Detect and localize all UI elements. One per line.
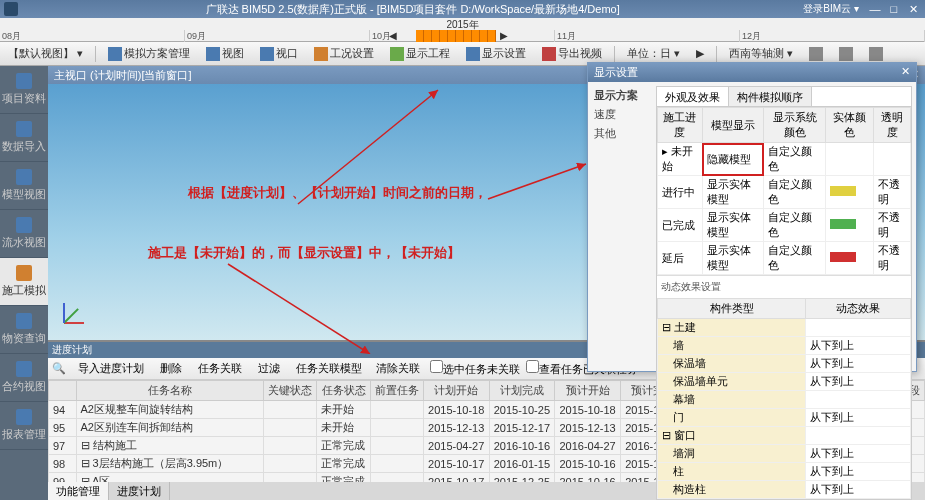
wrench-icon <box>314 47 328 61</box>
sidebar-item[interactable]: 数据导入 <box>0 114 48 162</box>
view-angle-dropdown[interactable]: 西南等轴测 ▾ <box>725 44 797 63</box>
component-effect-table[interactable]: 构件类型动态效果 ⊟ 土建 墙从下到上 保温墙从下到上 保温墙单元从下到上 幕墙… <box>657 298 911 499</box>
user-menu[interactable]: 登录BIM云 ▾ <box>803 2 859 16</box>
video-icon <box>542 47 556 61</box>
sidebar-icon <box>16 121 32 137</box>
import-schedule-button[interactable]: 导入进度计划 <box>72 360 148 377</box>
minimize-icon[interactable]: — <box>867 3 883 15</box>
dialog-left-item[interactable]: 其他 <box>592 124 652 143</box>
table-row[interactable]: 进行中显示实体模型自定义颜色不透明 <box>658 176 911 209</box>
sidebar-item[interactable]: 流水视图 <box>0 210 48 258</box>
table-row[interactable]: 幕墙 <box>658 391 911 409</box>
col-header[interactable]: 任务名称 <box>76 381 263 401</box>
table-row[interactable]: ⊟ 土建 <box>658 319 911 337</box>
dialog-left-header: 显示方案 <box>592 86 652 105</box>
table-row[interactable]: 墙洞从下到上 <box>658 445 911 463</box>
tab-component-order[interactable]: 构件模拟顺序 <box>729 87 812 106</box>
tool-icon-1[interactable] <box>805 45 827 63</box>
maximize-icon[interactable]: □ <box>886 3 902 15</box>
col-header[interactable]: 关键状态 <box>264 381 317 401</box>
sidebar-item[interactable]: 报表管理 <box>0 402 48 450</box>
sidebar-label: 模型视图 <box>2 187 46 202</box>
window-icon <box>260 47 274 61</box>
display-settings-button[interactable]: 显示设置 <box>462 44 530 63</box>
display-settings-dialog[interactable]: 显示设置 ✕ 显示方案 速度 其他 外观及效果 构件模拟顺序 施工进度模型显示显… <box>587 62 917 372</box>
sidebar-icon <box>16 361 32 377</box>
check-unrelated[interactable]: 选中任务未关联 <box>430 360 520 377</box>
table-row[interactable]: 已完成显示实体模型自定义颜色不透明 <box>658 209 911 242</box>
sidebar-item[interactable]: 合约视图 <box>0 354 48 402</box>
assoc-model-button[interactable]: 任务关联模型 <box>290 360 366 377</box>
sidebar-icon <box>16 265 32 281</box>
sidebar-item[interactable]: 施工模拟 <box>0 258 48 306</box>
cube-icon <box>206 47 220 61</box>
timeline-next-icon[interactable]: ▶ <box>500 30 508 41</box>
progress-display-table[interactable]: 施工进度模型显示显示系统颜色实体颜色透明度 ▸ 未开始隐藏模型自定义颜色 进行中… <box>657 107 911 275</box>
dialog-left-item[interactable]: 速度 <box>592 105 652 124</box>
task-assoc-button[interactable]: 任务关联 <box>192 360 246 377</box>
axis-z-icon <box>63 303 65 323</box>
timeline-month[interactable]: 11月 <box>555 30 740 42</box>
search-icon[interactable]: 🔍 <box>52 362 66 375</box>
sidebar-label: 施工模拟 <box>2 283 46 298</box>
table-row[interactable]: 柱从下到上 <box>658 463 911 481</box>
dialog-close-icon[interactable]: ✕ <box>901 65 910 80</box>
axes-gizmo[interactable] <box>58 290 98 330</box>
play-button[interactable]: ▶ <box>692 45 708 62</box>
table-row[interactable]: 保温墙从下到上 <box>658 355 911 373</box>
timeline-days-highlight[interactable] <box>416 30 496 42</box>
sidebar-label: 报表管理 <box>2 427 46 442</box>
sidebar-label: 数据导入 <box>2 139 46 154</box>
dialog-title: 显示设置 <box>594 65 638 80</box>
tool-icon-2[interactable] <box>835 45 857 63</box>
sidebar-icon <box>16 217 32 233</box>
timeline[interactable]: 2015年 08月 09月 10月 11月 12月 ◀ ▶ <box>0 18 925 42</box>
tool-icon-3[interactable] <box>865 45 887 63</box>
annotation-text: 施工是【未开始】的，而【显示设置】中，【未开始】 <box>148 244 460 262</box>
timeline-month[interactable]: 09月 <box>185 30 370 42</box>
sidebar-label: 物资查询 <box>2 331 46 346</box>
close-icon[interactable]: ✕ <box>905 3 921 16</box>
timeline-prev-icon[interactable]: ◀ <box>389 30 397 41</box>
table-row[interactable]: ⊟ 窗口 <box>658 427 911 445</box>
sidebar-icon <box>16 409 32 425</box>
col-header[interactable]: 计划开始 <box>424 381 490 401</box>
tab-appearance[interactable]: 外观及效果 <box>657 87 729 106</box>
sidebar-item[interactable]: 项目资料 <box>0 66 48 114</box>
timeline-month[interactable]: 12月 <box>740 30 925 42</box>
export-video-button[interactable]: 导出视频 <box>538 44 606 63</box>
table-row[interactable]: 墙从下到上 <box>658 337 911 355</box>
display-proj-button[interactable]: 显示工程 <box>386 44 454 63</box>
col-header[interactable]: 任务状态 <box>317 381 370 401</box>
dialog-tabs: 外观及效果 构件模拟顺序 <box>657 87 911 107</box>
delete-button[interactable]: 删除 <box>154 360 186 377</box>
work-cond-button[interactable]: 工况设置 <box>310 44 378 63</box>
table-row[interactable]: 门从下到上 <box>658 409 911 427</box>
dialog-titlebar[interactable]: 显示设置 ✕ <box>588 63 916 82</box>
sidebar-label: 流水视图 <box>2 235 46 250</box>
tab-schedule[interactable]: 进度计划 <box>109 482 170 500</box>
sidebar-item[interactable]: 物资查询 <box>0 306 48 354</box>
settings-icon <box>466 47 480 61</box>
model-plan-button[interactable]: 模拟方案管理 <box>104 44 194 63</box>
window-title: 广联达 BIM5D 2.5(数据库)正式版 - [BIM5D项目套件 D:/Wo… <box>22 2 803 17</box>
col-header[interactable] <box>49 381 77 401</box>
table-row[interactable]: 保温墙单元从下到上 <box>658 373 911 391</box>
col-header[interactable]: 计划完成 <box>489 381 555 401</box>
dynamic-effect-label: 动态效果设置 <box>657 275 911 298</box>
viewport-button[interactable]: 视口 <box>256 44 302 63</box>
window-buttons: — □ ✕ <box>867 3 921 16</box>
sidebar-item[interactable]: 模型视图 <box>0 162 48 210</box>
table-row[interactable]: 构造柱从下到上 <box>658 481 911 499</box>
clear-rel-button[interactable]: 清除关联 <box>372 360 424 377</box>
timeline-month[interactable]: 08月 <box>0 30 185 42</box>
axis-x-icon <box>64 322 84 324</box>
view-button[interactable]: 视图 <box>202 44 248 63</box>
default-view-dropdown[interactable]: 【默认视图】 ▾ <box>4 44 87 63</box>
col-header[interactable]: 前置任务 <box>370 381 423 401</box>
unit-dropdown[interactable]: 单位：日 ▾ <box>623 44 684 63</box>
table-row[interactable]: 延后显示实体模型自定义颜色不透明 <box>658 242 911 275</box>
tab-function-mgmt[interactable]: 功能管理 <box>48 482 109 500</box>
table-row[interactable]: ▸ 未开始隐藏模型自定义颜色 <box>658 143 911 176</box>
filter-button[interactable]: 过滤 <box>252 360 284 377</box>
